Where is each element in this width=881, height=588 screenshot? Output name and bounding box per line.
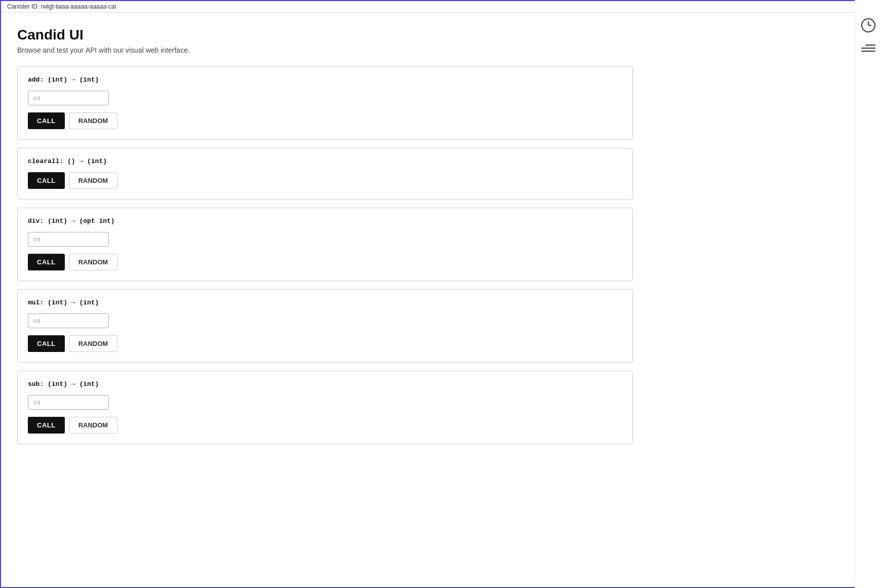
api-signature-clearall: clearall: () → (int) [28,158,622,165]
canister-id-label: Canister ID: rwlgt-iiaaa-aaaaa-aaaaa-cai [7,3,116,10]
sidebar-icons [855,0,881,588]
list-line-3 [861,51,875,52]
call-button-add[interactable]: CALL [28,112,65,129]
list-line-2 [861,48,875,49]
api-input-add[interactable] [28,91,109,105]
api-card-sub: sub: (int) → (int) CALL RANDOM [17,371,633,444]
content-area: Candid UI Browse and test your API with … [1,13,649,466]
btn-row-mul: CALL RANDOM [28,335,622,352]
api-card-clearall: clearall: () → (int) CALL RANDOM [17,148,633,200]
api-input-div[interactable] [28,232,109,247]
random-button-div[interactable]: RANDOM [69,254,118,270]
random-button-add[interactable]: RANDOM [69,112,118,129]
call-button-clearall[interactable]: CALL [28,172,65,189]
call-button-mul[interactable]: CALL [28,335,65,352]
list-line-1 [865,45,875,46]
api-card-div: div: (int) → (opt int) CALL RANDOM [17,208,633,281]
main-layout: Candid UI Browse and test your API with … [1,13,880,466]
random-button-sub[interactable]: RANDOM [69,417,118,434]
random-button-clearall[interactable]: RANDOM [69,172,118,189]
api-signature-sub: sub: (int) → (int) [28,380,622,388]
page-subtitle: Browse and test your API with our visual… [17,46,633,54]
api-input-sub[interactable] [28,395,109,410]
call-button-div[interactable]: CALL [28,254,65,270]
page-title: Candid UI [17,27,633,43]
api-card-mul: mul: (int) → (int) CALL RANDOM [17,289,633,363]
btn-row-clearall: CALL RANDOM [28,172,622,189]
api-card-add: add: (int) → (int) CALL RANDOM [17,66,633,140]
clock-icon[interactable] [861,18,875,32]
api-signature-add: add: (int) → (int) [28,76,622,84]
btn-row-sub: CALL RANDOM [28,417,622,434]
btn-row-div: CALL RANDOM [28,254,622,270]
call-button-sub[interactable]: CALL [28,417,65,434]
api-signature-div: div: (int) → (opt int) [28,217,622,225]
random-button-mul[interactable]: RANDOM [69,335,118,352]
api-input-mul[interactable] [28,313,109,328]
top-bar: Canister ID: rwlgt-iiaaa-aaaaa-aaaaa-cai [1,1,880,13]
list-icon[interactable] [861,43,875,54]
api-signature-mul: mul: (int) → (int) [28,299,622,306]
btn-row-add: CALL RANDOM [28,112,622,129]
methods-list: add: (int) → (int) CALL RANDOM clearall:… [17,66,633,444]
